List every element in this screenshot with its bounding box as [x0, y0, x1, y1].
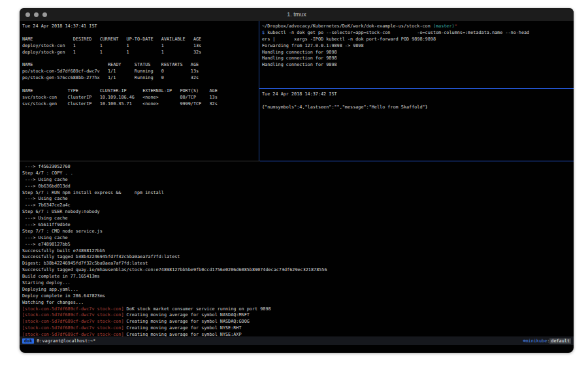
terminal-line: Step 7/7 : CMD node service.js [22, 229, 574, 235]
terminal-line: Deploying app.yaml... [22, 287, 574, 293]
terminal-line: [stock-con-5d7df689cf-dwc7v stock-con] C… [22, 319, 574, 325]
terminal-line: Tue 24 Apr 2018 14:37:41 IST [22, 24, 259, 30]
tmux-top-section: Tue 24 Apr 2018 14:37:41 ISTNAME DESIRED… [20, 21, 574, 161]
terminal-line: Handling connection for 9898 [262, 56, 574, 62]
terminal-line: Step 6/7 : USER nobody:nobody [22, 209, 574, 216]
terminal-line: Handling connection for 9898 [262, 50, 574, 56]
terminal-line: ---> 65611ff9db4e [22, 222, 574, 229]
terminal-line: ---> 0b636bd013dd [22, 184, 574, 190]
terminal-line: NAME TYPE CLUSTER-IP EXTERNAL-IP PORT(S)… [22, 88, 259, 95]
terminal-line: Watching for changes... [22, 300, 574, 306]
pane-service-response[interactable]: Tue 24 Apr 2018 14:37:42 IST{"numsymbols… [259, 89, 574, 161]
pane-port-forward[interactable]: ~/Dropbox/advocacy/Kubernetes/DoK/work/d… [259, 21, 574, 89]
tmux-session-name[interactable]: dok [22, 338, 34, 344]
terminal-line: [stock-con-5d7df689cf-dwc7v stock-con] D… [22, 306, 574, 313]
terminal-line [22, 82, 259, 88]
terminal-line: ---> Using cache [22, 196, 574, 203]
pane-skaffold-build-log[interactable]: ---> f45623052760Step 4/7 : COPY . . ---… [20, 161, 574, 336]
window-footer [20, 345, 574, 353]
terminal-line [22, 30, 259, 37]
terminal-line: deploy/stock-con 1 1 1 1 13s [22, 43, 259, 50]
terminal-line: deploy/stock-gen 1 1 1 1 32s [22, 50, 259, 56]
terminal-line: ---> Using cache [22, 216, 574, 222]
kube-context-indicator: ☸ minikube : default [523, 338, 571, 344]
terminal-line: NAME DESIRED CURRENT UP-TO-DATE AVAILABL… [22, 37, 259, 43]
terminal-line: ers | xargs -IPOD kubectl -n dok port-fo… [262, 37, 574, 43]
terminal-line: ---> Using cache [22, 235, 574, 242]
terminal-line: Successfully tagged b38b42246945fd7f32c5… [22, 254, 574, 261]
terminal-line: Tue 24 Apr 2018 14:37:42 IST [262, 91, 574, 98]
terminal-line: Digest: b38b42246945fd7f32c5ba9aea7af7fd… [22, 261, 574, 267]
tmux-session: Tue 24 Apr 2018 14:37:41 ISTNAME DESIRED… [20, 21, 574, 353]
window-title: 1. tmux [20, 11, 574, 18]
terminal-line: svc/stock-gen ClusterIP 10.100.35.71 <no… [22, 101, 259, 108]
kube-context-name: minikube [526, 338, 547, 344]
terminal-line: {"numsymbols":4,"lastseen":"","message":… [262, 105, 574, 111]
terminal-line: Deploy complete in 286.647823ms [22, 293, 574, 300]
terminal-line: Forwarding from 127.0.0.1:9898 -> 9898 [262, 43, 574, 50]
terminal-line: [stock-con-5d7df689cf-dwc7v stock-con] C… [22, 332, 574, 336]
terminal-line: po/stock-gen-576cc688bb-277hx 1/1 Runnin… [22, 75, 259, 82]
terminal-line: ---> e74898127bb5 [22, 242, 574, 248]
terminal-line [22, 56, 259, 62]
terminal-line: [stock-con-5d7df689cf-dwc7v stock-con] C… [22, 312, 574, 319]
terminal-line: Handling connection for 9898 [262, 62, 574, 69]
terminal-line: Starting deploy... [22, 280, 574, 287]
terminal-line: svc/stock-con ClusterIP 10.109.186.46 <n… [22, 95, 259, 101]
terminal-line: [stock-con-5d7df689cf-dwc7v stock-con] C… [22, 325, 574, 332]
terminal-line: Step 4/7 : COPY . . [22, 171, 574, 177]
tmux-right-column: ~/Dropbox/advocacy/Kubernetes/DoK/work/d… [259, 21, 574, 161]
terminal-line: po/stock-con-5d7df689cf-dwc7v 1/1 Runnin… [22, 69, 259, 75]
terminal-line: Build complete in 77.165413ms [22, 274, 574, 280]
window-titlebar[interactable]: 1. tmux [20, 8, 574, 21]
tmux-window-label[interactable]: 0:vagrant@localhost:~* [37, 338, 95, 344]
terminal-window: 1. tmux Tue 24 Apr 2018 14:37:41 ISTNAME… [20, 8, 574, 353]
pane-kubectl-watch[interactable]: Tue 24 Apr 2018 14:37:41 ISTNAME DESIRED… [20, 21, 259, 161]
terminal-line: ---> 7b6347ce2a4c [22, 203, 574, 209]
terminal-line: NAME READY STATUS RESTARTS AGE [22, 62, 259, 69]
kube-namespace: default [549, 338, 571, 344]
terminal-line: Successfully tagged quay.io/mhausenblas/… [22, 267, 574, 274]
terminal-line: ---> Using cache [22, 177, 574, 184]
terminal-line [262, 98, 574, 105]
terminal-line: $ kubectl -n dok get po --selector=app=s… [262, 30, 574, 37]
terminal-line: Successfully built e74898127bb5 [22, 248, 574, 255]
terminal-line: ~/Dropbox/advocacy/Kubernetes/DoK/work/d… [262, 24, 574, 30]
tmux-status-bar: dok 0:vagrant@localhost:~* ☸ minikube : … [20, 336, 574, 345]
terminal-line: Step 5/7 : RUN npm install express && np… [22, 190, 574, 197]
terminal-line: ---> f45623052760 [22, 164, 574, 171]
